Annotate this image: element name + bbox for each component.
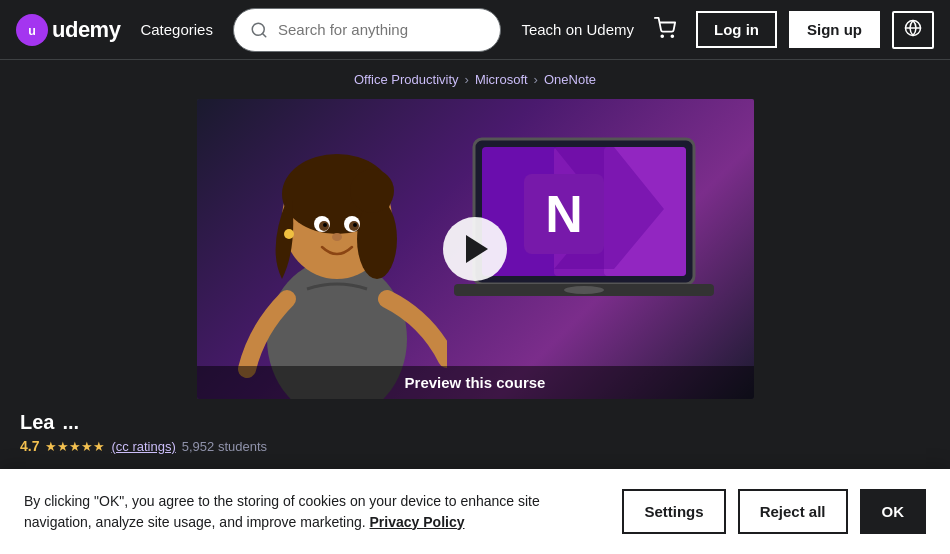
cookie-settings-button[interactable]: Settings: [622, 489, 725, 534]
language-button[interactable]: [892, 11, 934, 49]
signup-button[interactable]: Sign up: [789, 11, 880, 48]
svg-point-5: [671, 35, 673, 37]
svg-line-3: [262, 33, 265, 36]
stars: ★★★★★: [45, 439, 105, 454]
svg-point-18: [353, 223, 357, 227]
svg-point-17: [323, 223, 327, 227]
breadcrumb-office-productivity[interactable]: Office Productivity: [354, 72, 459, 87]
rating-number: 4.7: [20, 438, 39, 454]
course-info: Lea ... 4.7 ★★★★★ (cc ratings) 5,952 stu…: [0, 399, 950, 466]
cookie-buttons: Settings Reject all OK: [622, 489, 926, 534]
login-button[interactable]: Log in: [696, 11, 777, 48]
rating-row: 4.7 ★★★★★ (cc ratings) 5,952 students: [20, 438, 930, 454]
cookie-reject-button[interactable]: Reject all: [738, 489, 848, 534]
cart-icon: [654, 17, 676, 39]
search-input[interactable]: [278, 21, 484, 38]
ratings-link[interactable]: (cc ratings): [111, 439, 175, 454]
search-icon: [250, 21, 268, 39]
svg-point-12: [350, 169, 394, 213]
svg-text:N: N: [545, 185, 583, 243]
breadcrumb: Office Productivity › Microsoft › OneNot…: [0, 60, 950, 99]
cart-button[interactable]: [646, 13, 684, 46]
character-illustration: [227, 119, 447, 399]
svg-point-20: [284, 229, 294, 239]
cookie-banner: By clicking "OK", you agree to the stori…: [0, 469, 950, 554]
course-title-continuation: ...: [62, 411, 79, 434]
header: u udemy Categories Teach on Udemy Log in…: [0, 0, 950, 60]
svg-point-19: [332, 233, 342, 241]
svg-text:u: u: [28, 23, 36, 37]
video-container: N Preview this course: [197, 99, 754, 399]
breadcrumb-sep-1: ›: [465, 72, 469, 87]
breadcrumb-sep-2: ›: [534, 72, 538, 87]
breadcrumb-onenote[interactable]: OneNote: [544, 72, 596, 87]
play-triangle-icon: [466, 235, 488, 263]
students-count: 5,952 students: [182, 439, 267, 454]
video-background: N Preview this course: [197, 99, 754, 399]
course-title-row: Lea ...: [20, 411, 930, 434]
breadcrumb-microsoft[interactable]: Microsoft: [475, 72, 528, 87]
svg-point-29: [564, 286, 604, 294]
globe-icon: [904, 19, 922, 37]
cookie-ok-button[interactable]: OK: [860, 489, 927, 534]
categories-button[interactable]: Categories: [132, 17, 221, 42]
teach-on-udemy-link[interactable]: Teach on Udemy: [521, 21, 634, 38]
privacy-policy-link[interactable]: Privacy Policy: [370, 514, 465, 530]
svg-point-4: [661, 35, 663, 37]
preview-label: Preview this course: [197, 366, 754, 399]
logo[interactable]: u udemy: [16, 14, 120, 46]
logo-text: udemy: [52, 17, 120, 43]
play-button[interactable]: [443, 217, 507, 281]
logo-icon: u: [16, 14, 48, 46]
learn-label: Lea: [20, 411, 54, 434]
search-bar: [233, 8, 501, 52]
cookie-text: By clicking "OK", you agree to the stori…: [24, 491, 598, 533]
